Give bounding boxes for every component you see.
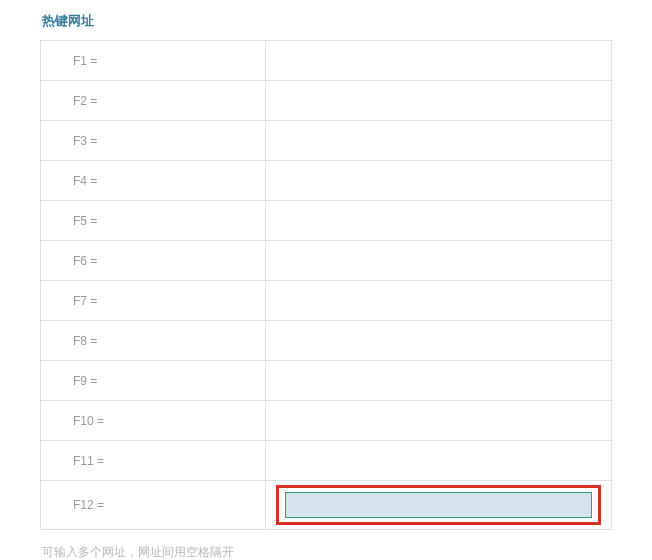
hotkey-value-cell-f3[interactable] [266,121,612,161]
hotkey-value-cell-f10[interactable] [266,401,612,441]
hotkey-value-cell-f8[interactable] [266,321,612,361]
hotkey-row-f10: F10 = [41,401,612,441]
hotkey-row-f9: F9 = [41,361,612,401]
hotkey-url-panel: 热键网址 F1 = F2 = F3 = F4 = F5 = [0,0,652,560]
hotkey-label: F2 = [41,81,266,121]
hotkey-row-f12: F12 = [41,481,612,530]
hotkey-value-cell-f12 [266,481,612,530]
hotkey-label: F1 = [41,41,266,81]
hotkey-row-f11: F11 = [41,441,612,481]
hotkey-value-cell-f6[interactable] [266,241,612,281]
hotkey-value-cell-f7[interactable] [266,281,612,321]
hotkey-label: F7 = [41,281,266,321]
hotkey-label: F4 = [41,161,266,201]
hotkey-label: F8 = [41,321,266,361]
hotkey-value-cell-f9[interactable] [266,361,612,401]
hotkey-row-f1: F1 = [41,41,612,81]
hotkey-value-cell-f4[interactable] [266,161,612,201]
section-title: 热键网址 [40,12,612,30]
hotkey-label: F12 = [41,481,266,530]
highlight-box [276,485,601,525]
hotkey-row-f8: F8 = [41,321,612,361]
hotkey-table: F1 = F2 = F3 = F4 = F5 = F6 = [40,40,612,530]
hotkey-label: F3 = [41,121,266,161]
hotkey-row-f4: F4 = [41,161,612,201]
hotkey-row-f5: F5 = [41,201,612,241]
hotkey-value-cell-f11[interactable] [266,441,612,481]
hotkey-row-f3: F3 = [41,121,612,161]
footer-hint: 可输入多个网址，网址间用空格隔开 [40,544,612,560]
hotkey-label: F11 = [41,441,266,481]
hotkey-value-cell-f2[interactable] [266,81,612,121]
hotkey-value-cell-f1[interactable] [266,41,612,81]
hotkey-row-f2: F2 = [41,81,612,121]
hotkey-url-input-f12[interactable] [285,492,592,518]
hotkey-label: F10 = [41,401,266,441]
hotkey-row-f6: F6 = [41,241,612,281]
hotkey-value-cell-f5[interactable] [266,201,612,241]
hotkey-label: F9 = [41,361,266,401]
hotkey-label: F6 = [41,241,266,281]
hotkey-row-f7: F7 = [41,281,612,321]
hotkey-label: F5 = [41,201,266,241]
